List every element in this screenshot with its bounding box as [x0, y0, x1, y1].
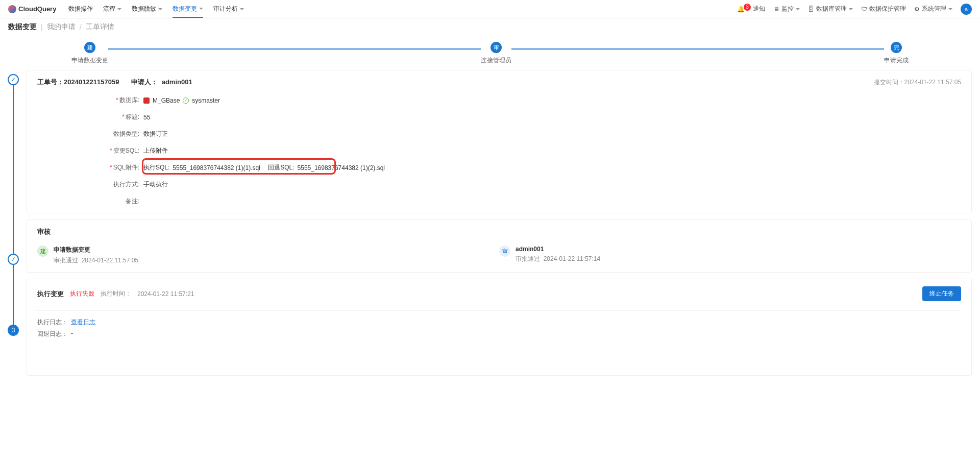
step-apply: 建 申请数据变更 — [71, 42, 108, 65]
audit-badge-apply: 建 — [37, 246, 48, 257]
nav-flow[interactable]: 流程 — [103, 1, 121, 18]
rollback-log-row: 回退日志： - — [37, 330, 961, 338]
step-done: 完 申请完成 — [884, 42, 909, 65]
panel-order-info: 工单号：202401221157059 申请人： admin001 提交时间：2… — [27, 70, 972, 213]
panels: 工单号：202401221157059 申请人： admin001 提交时间：2… — [27, 70, 972, 376]
order-no: 202401221157059 — [64, 78, 119, 86]
nav-data-change[interactable]: 数据变更 — [173, 1, 203, 18]
shield-icon — [861, 6, 867, 13]
exec-status: 执行失败 — [70, 289, 94, 298]
database-icon — [808, 6, 814, 13]
timeline-step-1: ✓ — [8, 74, 19, 85]
step-line — [108, 48, 481, 50]
nav-right: 3 通知 监控 数据库管理 数据保护管理 系统管理 a — [737, 4, 972, 15]
panel-exec: 执行变更 执行失败 执行时间： 2024-01-22 11:57:21 终止任务… — [27, 279, 972, 376]
monitor-icon — [773, 6, 779, 13]
top-navbar: CloudQuery 数据操作 流程 数据脱敏 数据变更 审计分析 3 通知 监… — [0, 0, 980, 18]
logo[interactable]: CloudQuery — [8, 5, 56, 13]
dbmgmt-button[interactable]: 数据库管理 — [808, 5, 853, 13]
field-title: *标题: 55 — [104, 113, 961, 121]
main-content: ✓ ✓ 3 工单号：202401221157059 申请人： admin001 … — [0, 68, 980, 386]
nav-audit[interactable]: 审计分析 — [213, 1, 244, 18]
exec-time: 2024-01-22 11:57:21 — [137, 290, 194, 298]
panel-audit: 审核 建 申请数据变更 审批通过 2024-01-22 11:57:05 审 a… — [27, 219, 972, 273]
view-exec-log-link[interactable]: 查看日志 — [71, 318, 95, 327]
exec-sql-file[interactable]: 5555_1698376744382 (1)(1).sql — [173, 164, 260, 172]
field-database: *数据库: M_GBase ✓ sysmaster — [104, 96, 961, 105]
bc-my-apply[interactable]: 我的申请 — [47, 22, 76, 32]
nav-data-ops[interactable]: 数据操作 — [68, 1, 93, 18]
chevron-down-icon — [158, 8, 162, 10]
field-exec-mode: 执行方式: 手动执行 — [104, 180, 961, 189]
applicant: admin001 — [162, 78, 192, 86]
timeline: ✓ ✓ 3 — [4, 70, 22, 376]
dataprotect-button[interactable]: 数据保护管理 — [861, 5, 906, 13]
db-engine-icon — [143, 97, 150, 104]
nav-items: 数据操作 流程 数据脱敏 数据变更 审计分析 — [68, 1, 244, 18]
breadcrumb: 数据变更 | 我的申请 / 工单详情 — [0, 18, 980, 36]
field-type: 数据类型: 数据订正 — [104, 130, 961, 138]
brand-text: CloudQuery — [18, 5, 56, 13]
timeline-step-2: ✓ — [8, 254, 19, 265]
field-remark: 备注: — [104, 197, 961, 206]
step-audit: 审 连接管理员 — [481, 42, 511, 65]
field-sql-attach: *SQL附件: 执行SQL: 5555_1698376744382 (1)(1)… — [104, 163, 961, 172]
page-title: 数据变更 — [8, 22, 37, 32]
audit-entry-reviewer: 审 admin001 审批通过 2024-01-22 11:57:14 — [499, 246, 961, 265]
chevron-down-icon — [849, 8, 853, 10]
chevron-down-icon — [117, 8, 121, 10]
submit-time: 2024-01-22 11:57:05 — [904, 79, 961, 86]
chevron-down-icon — [240, 8, 244, 10]
field-change-sql: *变更SQL: 上传附件 — [104, 146, 961, 155]
chevron-down-icon — [796, 8, 800, 10]
notice-badge: 3 — [744, 4, 751, 11]
verified-icon: ✓ — [183, 97, 189, 104]
step-progress: 建 申请数据变更 审 连接管理员 完 申请完成 — [0, 36, 980, 68]
step-line — [511, 48, 884, 50]
gear-icon — [914, 6, 920, 13]
exec-log-row: 执行日志： 查看日志 — [37, 318, 961, 327]
stop-task-button[interactable]: 终止任务 — [922, 286, 961, 301]
nav-left: CloudQuery 数据操作 流程 数据脱敏 数据变更 审计分析 — [8, 1, 244, 18]
sysmgmt-button[interactable]: 系统管理 — [914, 5, 952, 13]
bc-detail: 工单详情 — [86, 22, 114, 32]
logo-icon — [8, 5, 16, 13]
chevron-down-icon — [199, 8, 203, 10]
nav-data-mask[interactable]: 数据脱敏 — [132, 1, 162, 18]
rollback-sql-file[interactable]: 5555_1698376744382 (1)(2).sql — [298, 164, 385, 172]
monitor-button[interactable]: 监控 — [773, 5, 800, 13]
notice-button[interactable]: 3 通知 — [737, 5, 765, 13]
audit-badge-reviewer: 审 — [499, 246, 510, 257]
chevron-down-icon — [948, 8, 952, 10]
timeline-step-3: 3 — [8, 325, 19, 336]
audit-entry-apply: 建 申请数据变更 审批通过 2024-01-22 11:57:05 — [37, 246, 499, 265]
avatar[interactable]: a — [961, 4, 972, 15]
